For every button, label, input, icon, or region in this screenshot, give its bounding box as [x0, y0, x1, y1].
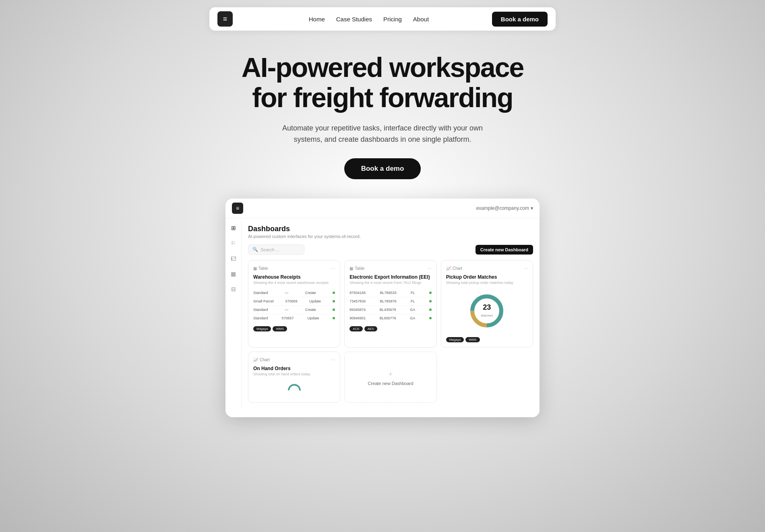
- status-dot: [333, 317, 335, 319]
- card-desc: Showing total pickup order matches today: [446, 281, 528, 285]
- card-menu-icon[interactable]: ···: [428, 265, 432, 271]
- dashboards-header: Dashboards AI-powered custom interfaces …: [248, 225, 533, 239]
- card-eei: ▦ Table ··· Electronic Export Informatio…: [344, 260, 436, 348]
- table-icon: ▦: [349, 266, 353, 271]
- app-topbar: ≡ example@company.com ▾: [225, 199, 540, 218]
- search-placeholder: Search ...: [261, 247, 279, 252]
- card-menu-icon[interactable]: ···: [524, 265, 528, 271]
- svg-point-4: [289, 385, 300, 396]
- card-title: Electronic Export Information (EEI): [349, 274, 431, 280]
- hero-title: AI-powered workspace for freight forward…: [225, 52, 540, 113]
- card-type-table: ▦ Table: [349, 266, 364, 271]
- nav-link-pricing[interactable]: Pricing: [383, 16, 402, 23]
- card-menu-icon[interactable]: ···: [331, 357, 335, 362]
- app-main: Dashboards AI-powered custom interfaces …: [242, 218, 540, 409]
- tag-wms: WMS: [273, 326, 287, 331]
- app-preview: ≡ example@company.com ▾ ⊞ ⚐ 🗠 ▦ ⊟ Dashbo…: [225, 199, 540, 417]
- cards-grid-row1: ▦ Table ··· Warehouse Receipts Showing t…: [248, 260, 533, 348]
- nav-link-about[interactable]: About: [413, 16, 429, 23]
- page-content: ≡ Home Case Studies Pricing About Book a…: [0, 0, 765, 417]
- app-logo-icon: ≡: [232, 203, 243, 214]
- table-rows: 87934165 BL786533 FL 73457834 BL785876 F…: [349, 289, 431, 322]
- card-tags: Magaya WMS: [253, 326, 335, 331]
- chart-icon: 📈: [253, 358, 258, 362]
- mini-donut-svg: [282, 383, 306, 397]
- status-dot: [333, 300, 335, 302]
- dashboards-subtitle: AI-powered custom interfaces for your sy…: [248, 234, 533, 239]
- table-row: Standard — Create: [253, 306, 335, 314]
- table-row: 73457834 BL785876 FL: [349, 297, 431, 306]
- add-dashboard-label: Create new Dashboard: [368, 381, 413, 386]
- card-tags: Magaya WMS: [446, 337, 528, 342]
- navbar-links: Home Case Studies Pricing About: [246, 16, 492, 23]
- sidebar-people-icon[interactable]: ⚐: [229, 238, 238, 248]
- card-add-new[interactable]: ＋ Create new Dashboard: [344, 352, 436, 403]
- table-rows: Standard — Create Small Parcel 570659 Up…: [253, 289, 335, 322]
- status-dot: [333, 292, 335, 294]
- sidebar-chart-icon[interactable]: ▦: [229, 269, 238, 279]
- nav-link-home[interactable]: Home: [309, 16, 325, 23]
- navbar: ≡ Home Case Studies Pricing About Book a…: [209, 7, 556, 31]
- donut-number: 23: [481, 304, 493, 311]
- navbar-logo: ≡: [217, 11, 233, 27]
- table-row: 89345874 BL435678 GA: [349, 306, 431, 314]
- hero-subtitle: Automate your repetitive tasks, interfac…: [270, 122, 495, 146]
- card-title: On Hand Orders: [253, 366, 335, 371]
- status-dot: [429, 300, 432, 302]
- card-on-hand-orders: 📈 Chart ··· On Hand Orders Showing total…: [248, 352, 340, 403]
- search-box[interactable]: 🔍 Search ...: [248, 244, 304, 255]
- donut-chart-container: 23 Matches: [446, 289, 528, 333]
- card-title: Warehouse Receipts: [253, 274, 335, 280]
- card-header: 📈 Chart ···: [253, 357, 335, 362]
- card-type-table: ▦ Table: [253, 266, 268, 271]
- status-dot: [429, 317, 432, 319]
- donut-text: Matches: [481, 314, 493, 317]
- empty-col: [441, 352, 533, 403]
- card-header: ▦ Table ···: [349, 265, 431, 271]
- card-title: Pickup Order Matches: [446, 274, 528, 280]
- cards-grid-row2: 📈 Chart ··· On Hand Orders Showing total…: [248, 352, 533, 403]
- tag-wms: WMS: [465, 337, 480, 342]
- card-type-chart: 📈 Chart: [253, 358, 269, 362]
- card-desc: Showing the 4 most recent Form 7512 fili…: [349, 281, 431, 285]
- status-dot: [429, 292, 432, 294]
- sidebar-analytics-icon[interactable]: 🗠: [229, 254, 238, 263]
- chart-icon: 📈: [446, 266, 451, 271]
- donut-label: 23 Matches: [481, 304, 493, 318]
- nav-link-case-studies[interactable]: Case Studies: [336, 16, 372, 23]
- tag-magaya: Magaya: [446, 337, 464, 342]
- sidebar-dashboard-icon[interactable]: ⊞: [229, 223, 238, 233]
- dashboards-toolbar: 🔍 Search ... Create new Dashboard: [248, 244, 533, 255]
- donut-chart: 23 Matches: [469, 293, 505, 329]
- card-warehouse-receipts: ▦ Table ··· Warehouse Receipts Showing t…: [248, 260, 340, 348]
- mini-donut: [253, 380, 335, 397]
- hero-book-demo-button[interactable]: Book a demo: [344, 158, 421, 179]
- app-body: ⊞ ⚐ 🗠 ▦ ⊟ Dashboards AI-powered custom i…: [225, 218, 540, 409]
- tag-magaya: Magaya: [253, 326, 271, 331]
- app-user-email: example@company.com ▾: [476, 205, 533, 211]
- table-row: Small Parcel 570659 Update: [253, 297, 335, 306]
- card-menu-icon[interactable]: ···: [331, 265, 335, 271]
- navbar-book-demo-button[interactable]: Book a demo: [492, 12, 548, 27]
- dashboards-title: Dashboards: [248, 225, 533, 233]
- card-desc: Showing total on hand orders today: [253, 372, 335, 376]
- card-header: 📈 Chart ···: [446, 265, 528, 271]
- table-row: 90846901 BL656776 GA: [349, 314, 431, 322]
- sidebar-settings-icon[interactable]: ⊟: [229, 284, 238, 294]
- hero-section: AI-powered workspace for freight forward…: [217, 52, 548, 179]
- card-tags: ACE AES: [349, 326, 431, 331]
- card-type-chart: 📈 Chart: [446, 266, 462, 271]
- tag-ace: ACE: [349, 326, 362, 331]
- card-header: ▦ Table ···: [253, 265, 335, 271]
- status-dot: [429, 308, 432, 311]
- table-row: 87934165 BL786533 FL: [349, 289, 431, 297]
- table-icon: ▦: [253, 266, 257, 271]
- card-desc: Showing the 4 most recent warehouse rece…: [253, 281, 335, 285]
- create-dashboard-button[interactable]: Create new Dashboard: [476, 245, 533, 255]
- table-row: Standard 570657 Update: [253, 314, 335, 322]
- search-icon: 🔍: [252, 247, 258, 252]
- status-dot: [333, 308, 335, 311]
- table-row: Standard — Create: [253, 289, 335, 297]
- chevron-down-icon: ▾: [531, 205, 533, 211]
- card-pickup-matches: 📈 Chart ··· Pickup Order Matches Showing…: [441, 260, 533, 348]
